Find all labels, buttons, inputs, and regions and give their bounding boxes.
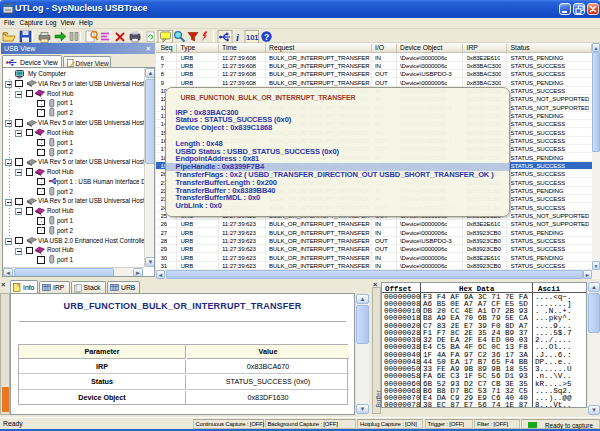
svg-text:i: i [236, 31, 240, 43]
svg-text:101: 101 [246, 33, 259, 42]
svg-text:?: ? [264, 32, 269, 42]
